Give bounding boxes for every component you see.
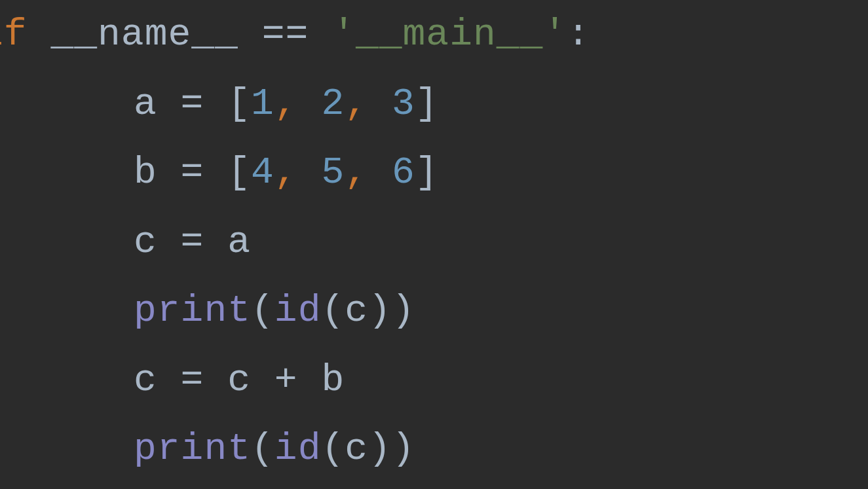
code-line[interactable]: a = [1, 2, 3] <box>0 69 868 139</box>
token-string: '__main__' <box>332 13 567 56</box>
token-number: 4 <box>251 151 274 194</box>
token-builtin: print <box>134 289 251 332</box>
code-line[interactable]: print(id(c)) <box>0 414 868 484</box>
token-number: 1 <box>251 82 274 125</box>
token-default <box>309 13 332 56</box>
code-line[interactable]: print(id(c)) <box>0 276 868 346</box>
token-builtin: id <box>274 427 322 470</box>
token-number: 6 <box>392 151 415 194</box>
code-editor[interactable]: if __name__ == '__main__':a = [1, 2, 3]b… <box>0 0 868 484</box>
code-line[interactable]: c = c + b <box>0 346 868 415</box>
token-comma: , <box>274 151 298 194</box>
token-number: 3 <box>392 82 415 125</box>
token-paren: ( <box>251 289 274 332</box>
token-comma: , <box>345 82 368 125</box>
token-default: ] <box>415 82 439 125</box>
token-default: ] <box>415 151 439 194</box>
token-default: == <box>262 13 309 56</box>
token-default: a = [ <box>134 82 251 125</box>
token-paren: (c)) <box>321 289 415 332</box>
code-line[interactable]: c = a <box>0 208 868 277</box>
token-keyword: if <box>0 13 28 56</box>
token-builtin: print <box>134 427 251 470</box>
token-default: : <box>567 13 590 56</box>
token-paren: ( <box>251 427 274 470</box>
token-default: __name__ <box>28 13 262 56</box>
token-default: c = a <box>134 221 251 263</box>
code-line[interactable]: if __name__ == '__main__': <box>0 0 868 69</box>
token-comma: , <box>274 82 298 125</box>
token-paren: (c)) <box>321 427 415 470</box>
code-line[interactable]: b = [4, 5, 6] <box>0 138 868 208</box>
token-default: b = [ <box>134 151 251 194</box>
token-comma: , <box>345 151 368 194</box>
token-default <box>368 151 392 194</box>
token-number: 5 <box>321 151 345 194</box>
token-default <box>368 82 392 125</box>
token-number: 2 <box>321 82 345 125</box>
token-default <box>298 82 322 125</box>
token-default: c = c + b <box>134 359 345 401</box>
token-builtin: id <box>274 289 322 332</box>
token-default <box>298 151 322 194</box>
